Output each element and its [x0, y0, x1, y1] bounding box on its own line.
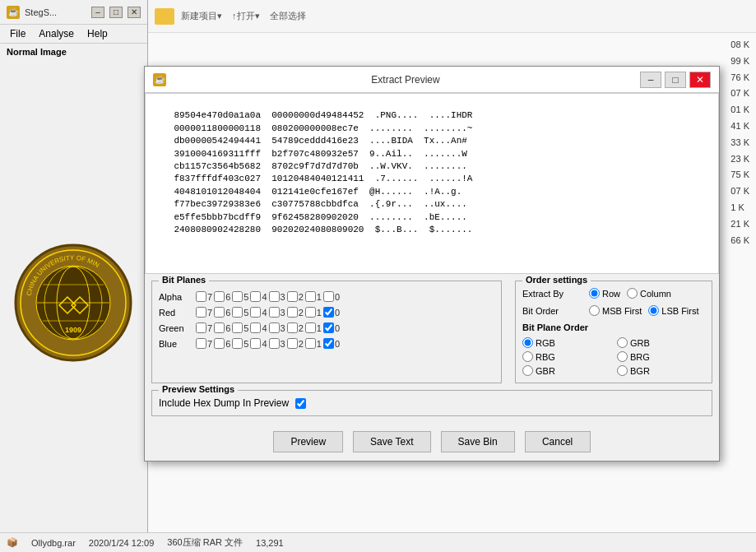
red-bit-4[interactable]: 4: [250, 307, 267, 318]
file-sizes: 08 K 99 K 76 K 07 K 01 K 41 K 33 K 23 K …: [730, 37, 749, 248]
extract-by-column-option[interactable]: Column: [627, 288, 671, 299]
alpha-bit-5[interactable]: 5: [232, 291, 248, 302]
green-bit-2[interactable]: 2: [287, 322, 304, 333]
hex-line-5: cb1157c3564b5682 8702c9f7d7d7d70b ..W.VK…: [174, 161, 466, 171]
preview-settings-section: Preview Settings Include Hex Dump In Pre…: [151, 390, 712, 416]
extract-by-label: Extract By: [522, 289, 584, 299]
blue-row: Blue 7 6 5 4 3 2 1 0: [159, 338, 494, 349]
hex-dump-checkbox[interactable]: [295, 398, 306, 409]
blue-bit-7[interactable]: 7: [196, 338, 212, 349]
app-titlebar: ☕ StegS... – □ ✕: [0, 0, 147, 25]
save-bin-button[interactable]: Save Bin: [441, 431, 515, 452]
alpha-bit-7[interactable]: 7: [196, 291, 212, 302]
blue-checkboxes: 7 6 5 4 3 2 1 0: [196, 338, 340, 349]
rgb-option[interactable]: RGB: [522, 337, 610, 348]
size-2: 99 K: [730, 53, 749, 70]
hex-line-8: f77bec39729383e6 c30775788cbbdfca .{.9r.…: [174, 199, 466, 209]
alpha-checkboxes: 7 6 5 4 3 2 1 0: [196, 291, 340, 302]
alpha-bit-1[interactable]: 1: [305, 291, 322, 302]
green-bit-5[interactable]: 5: [232, 322, 248, 333]
size-10: 07 K: [730, 183, 749, 200]
msb-first-label: MSB First: [602, 306, 642, 316]
grb-option[interactable]: GRB: [617, 337, 705, 348]
rgb-label: RGB: [536, 338, 555, 348]
brg-option[interactable]: BRG: [617, 351, 705, 362]
alpha-bit-3[interactable]: 3: [269, 291, 285, 302]
dialog-maximize-button[interactable]: □: [665, 72, 686, 88]
blue-bit-6[interactable]: 6: [214, 338, 230, 349]
lsb-first-label: LSB First: [661, 306, 698, 316]
close-app-button[interactable]: ✕: [128, 7, 141, 18]
red-bit-0[interactable]: 0: [323, 307, 340, 318]
status-size: 13,291: [256, 538, 284, 548]
university-logo: CHINA UNIVERSITY OF MIN 1909: [14, 244, 133, 363]
blue-label: Blue: [159, 339, 196, 349]
app-icon: ☕: [7, 6, 20, 19]
cancel-button[interactable]: Cancel: [525, 431, 591, 452]
minimize-button[interactable]: –: [91, 7, 104, 18]
green-checkboxes: 7 6 5 4 3 2 1 0: [196, 322, 340, 333]
blue-bit-0[interactable]: 0: [323, 338, 340, 349]
menu-help[interactable]: Help: [81, 26, 114, 41]
blue-bit-3[interactable]: 3: [269, 338, 285, 349]
red-bit-7[interactable]: 7: [196, 307, 212, 318]
maximize-button[interactable]: □: [109, 7, 123, 18]
green-bit-4[interactable]: 4: [250, 322, 267, 333]
green-bit-0[interactable]: 0: [323, 322, 340, 333]
alpha-bit-4[interactable]: 4: [250, 291, 267, 302]
hex-line-1: 89504e470d0a1a0a 00000000d49484452 .PNG.…: [174, 110, 472, 120]
menu-analyse[interactable]: Analyse: [32, 26, 81, 41]
size-1: 08 K: [730, 37, 749, 53]
gbr-option[interactable]: GBR: [522, 365, 610, 376]
rbg-option[interactable]: RBG: [522, 351, 610, 362]
dialog-controls: – □ ✕: [640, 72, 711, 88]
rbg-label: RBG: [536, 352, 555, 362]
status-filename: Ollydbg.rar: [31, 538, 76, 548]
red-bit-2[interactable]: 2: [287, 307, 304, 318]
green-bit-6[interactable]: 6: [214, 322, 230, 333]
hex-line-10: 2408080902428280 90202024080809020 $...B…: [174, 225, 472, 234]
svg-text:1909: 1909: [65, 326, 81, 334]
red-bit-6[interactable]: 6: [214, 307, 230, 318]
alpha-bit-6[interactable]: 6: [214, 291, 230, 302]
extract-by-row-option[interactable]: Row: [589, 288, 620, 299]
green-bit-3[interactable]: 3: [269, 322, 285, 333]
red-bit-3[interactable]: 3: [269, 307, 285, 318]
bit-plane-radio-grid: RGB GRB RBG BRG: [522, 337, 705, 376]
size-7: 33 K: [730, 135, 749, 151]
bgr-option[interactable]: BGR: [617, 365, 705, 376]
green-bit-1[interactable]: 1: [305, 322, 322, 333]
blue-bit-2[interactable]: 2: [287, 338, 304, 349]
blue-bit-1[interactable]: 1: [305, 338, 322, 349]
size-13: 66 K: [730, 233, 749, 249]
red-row: Red 7 6 5 4 3 2 1 0: [159, 307, 494, 318]
hex-preview-area[interactable]: 89504e470d0a1a0a 00000000d49484452 .PNG.…: [145, 93, 719, 274]
lsb-first-option[interactable]: LSB First: [648, 305, 698, 316]
menu-file[interactable]: File: [3, 26, 32, 41]
alpha-label: Alpha: [159, 292, 196, 302]
order-settings-section: Order settings Extract By Row Column: [515, 281, 712, 383]
blue-bit-4[interactable]: 4: [250, 338, 267, 349]
gbr-label: GBR: [536, 366, 555, 376]
alpha-bit-2[interactable]: 2: [287, 291, 304, 302]
toolbar-folder-icon: [155, 8, 174, 25]
extract-preview-dialog: ☕ Extract Preview – □ ✕ 89504e470d0a1a0a…: [144, 66, 720, 462]
preview-button[interactable]: Preview: [273, 431, 343, 452]
alpha-bit-0[interactable]: 0: [323, 291, 340, 302]
red-bit-5[interactable]: 5: [232, 307, 248, 318]
brg-label: BRG: [630, 352, 650, 362]
app-title: StegS...: [25, 7, 86, 17]
blue-bit-5[interactable]: 5: [232, 338, 248, 349]
green-bit-7[interactable]: 7: [196, 322, 212, 333]
toolbar-label: 新建项目▾: [181, 10, 222, 22]
dialog-minimize-button[interactable]: –: [640, 72, 661, 88]
left-panel: ☕ StegS... – □ ✕ File Analyse Help Norma…: [0, 0, 148, 552]
status-icon: 📦: [7, 537, 18, 548]
msb-first-option[interactable]: MSB First: [589, 305, 642, 316]
red-bit-1[interactable]: 1: [305, 307, 322, 318]
dialog-title: Extract Preview: [171, 74, 640, 86]
dialog-close-button[interactable]: ✕: [689, 72, 711, 88]
preview-settings-inner: Include Hex Dump In Preview: [159, 397, 705, 409]
save-text-button[interactable]: Save Text: [353, 431, 430, 452]
image-area: CHINA UNIVERSITY OF MIN 1909: [0, 60, 147, 546]
